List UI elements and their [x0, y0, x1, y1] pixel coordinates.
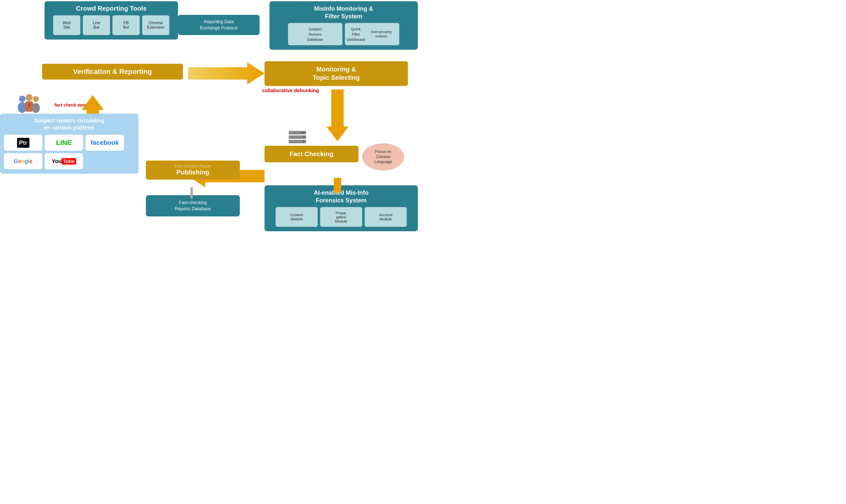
fact-checking-box: Fact Checking	[265, 146, 358, 162]
connector-fcdb	[190, 187, 193, 198]
fcdb-title: Fact-checkingReports Database	[150, 200, 236, 212]
verification-title: Verification & Reporting	[47, 68, 178, 76]
logo-line-item: LINE	[45, 134, 83, 151]
tool-chrome: ChromeExtension	[142, 15, 169, 35]
server-dot-2	[303, 132, 304, 133]
diagram-container: Crowd Reporting Tools WebSite LineBot FB…	[0, 0, 423, 252]
google-logo: Google	[14, 158, 33, 164]
crowd-reporting-box: Crowd Reporting Tools WebSite LineBot FB…	[45, 1, 178, 39]
focus-chinese-label: Focus onChineseLanguage	[374, 149, 392, 164]
quick-filter-dashboard: Quick FilterDashboard(auto-grouping modu…	[345, 23, 399, 45]
server-dot-4	[303, 141, 304, 142]
server-layer-1	[289, 131, 306, 134]
rdep-title: Reporting DataExchange Protocol	[181, 19, 256, 31]
tool-linebot: LineBot	[83, 15, 110, 35]
svg-point-8	[32, 103, 40, 113]
logo-google-item: Google	[4, 153, 42, 169]
misinfo-items-grid: SuspectRumorsDatabase Quick FilterDashbo…	[273, 23, 415, 45]
svg-marker-1	[326, 89, 349, 141]
server-layer-2	[289, 136, 306, 139]
crowd-tools-grid: WebSite LineBot FBBot ChromeExtension	[48, 15, 175, 35]
suspect-logos-grid: Ptr LINE facebook Google YouTube	[4, 134, 135, 169]
svg-point-7	[33, 96, 39, 102]
collab-debunking-text: collaborative debunking	[262, 88, 319, 93]
svg-rect-11	[334, 178, 341, 193]
rdep-box: Reporting DataExchange Protocol	[178, 15, 260, 35]
verification-box: Verification & Reporting	[42, 64, 183, 79]
fcdb-box: Fact-checkingReports Database	[146, 195, 240, 216]
publishing-box: Fact-checked Report Publishing	[146, 161, 240, 180]
logo-facebook-item: facebook	[86, 134, 124, 151]
misinfo-box: MisInfo Monitoring &Filter System Suspec…	[269, 1, 418, 50]
suspect-rumors-title: Suspect rumors circulatingon various pla…	[4, 117, 135, 131]
arrow-down-to-ai	[326, 178, 349, 193]
account-module: AccountModule	[365, 207, 407, 227]
ptr-logo: Ptr	[17, 138, 30, 148]
logo-ptr-item: Ptr	[4, 134, 42, 151]
server-dot-1	[301, 132, 302, 133]
ai-modules-grid: ContentModule Propa-gationModule Account…	[268, 207, 415, 227]
focus-chinese-bubble: Focus onChineseLanguage	[362, 143, 404, 170]
server-dot-3	[303, 137, 304, 138]
svg-point-4	[26, 94, 33, 101]
server-layer-3	[289, 140, 306, 143]
line-logo: LINE	[56, 139, 72, 147]
tool-fbbot: FBBot	[112, 15, 140, 35]
server-icon	[289, 131, 306, 143]
publishing-subtitle: Fact-checked Report	[151, 164, 235, 168]
content-module: ContentModule	[276, 207, 318, 227]
propagation-module: Propa-gationModule	[320, 207, 362, 227]
crowd-reporting-title: Crowd Reporting Tools	[48, 5, 175, 12]
tool-website: WebSite	[53, 15, 80, 35]
arrow-right-flow	[188, 62, 265, 85]
suspect-rumors-database: SuspectRumorsDatabase	[288, 23, 342, 45]
svg-marker-0	[188, 62, 265, 85]
youtube-logo: YouTube	[52, 158, 76, 164]
publishing-title: Publishing	[151, 168, 235, 176]
facebook-logo: facebook	[90, 139, 119, 146]
arrow-down-right	[326, 89, 349, 141]
fact-checking-title: Fact Checking	[269, 150, 354, 158]
suspect-rumors-box: Suspect rumors circulatingon various pla…	[0, 114, 138, 174]
svg-rect-12	[190, 187, 193, 198]
monitoring-box: Monitoring &Topic Selecting	[265, 61, 408, 86]
monitoring-title: Monitoring &Topic Selecting	[269, 65, 403, 82]
logo-youtube-item: YouTube	[45, 153, 83, 169]
svg-point-2	[19, 96, 25, 102]
misinfo-title: MisInfo Monitoring &Filter System	[273, 5, 415, 20]
